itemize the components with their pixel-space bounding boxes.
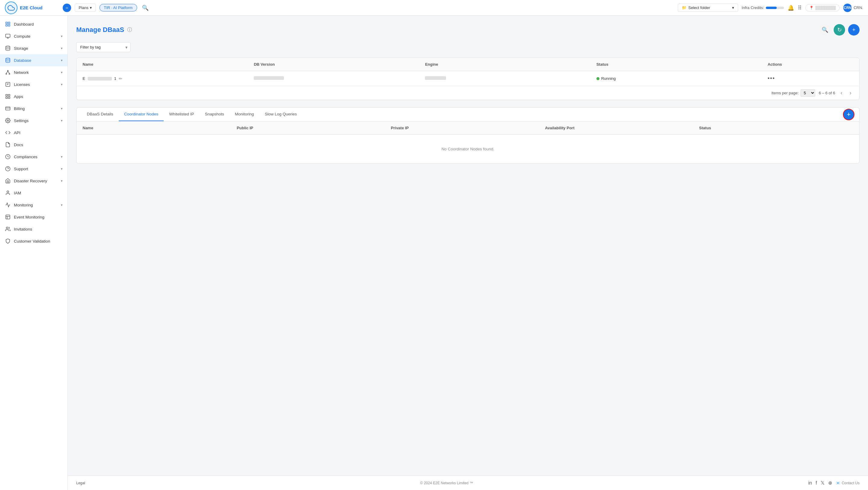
storage-icon bbox=[5, 45, 11, 51]
db-name-suffix: 1 bbox=[114, 76, 116, 81]
sidebar-item-event-monitoring[interactable]: Event Monitoring bbox=[0, 211, 67, 223]
sidebar-item-apps[interactable]: Apps bbox=[0, 90, 67, 102]
linkedin-icon[interactable]: in bbox=[808, 480, 812, 486]
footer-legal[interactable]: Legal bbox=[76, 481, 85, 485]
user-area[interactable]: CRN CRN. bbox=[843, 4, 863, 12]
coord-col-status: Status bbox=[699, 126, 853, 130]
sidebar-item-database[interactable]: Database ▾ bbox=[0, 54, 67, 66]
sidebar-label-support: Support bbox=[14, 167, 58, 171]
sidebar-item-billing[interactable]: Billing ▾ bbox=[0, 102, 67, 115]
sidebar-label-disaster-recovery: Disaster Recovery bbox=[14, 179, 58, 183]
sidebar-item-customer-validation[interactable]: Customer Validation bbox=[0, 235, 67, 247]
contact-us-link[interactable]: 📧 Contact Us bbox=[836, 481, 860, 485]
sidebar-item-dashboard[interactable]: Dashboard bbox=[0, 18, 67, 30]
sidebar-item-monitoring[interactable]: Monitoring ▾ bbox=[0, 199, 67, 211]
apps-icon bbox=[5, 93, 11, 99]
iam-icon bbox=[5, 190, 11, 196]
sidebar-label-customer-validation: Customer Validation bbox=[14, 239, 63, 244]
event-icon bbox=[5, 214, 11, 220]
svg-line-13 bbox=[8, 71, 9, 73]
svg-rect-21 bbox=[6, 107, 10, 110]
validation-icon bbox=[5, 238, 11, 244]
apps-grid-button[interactable]: ⠿ bbox=[798, 4, 802, 11]
tab-monitoring[interactable]: Monitoring bbox=[229, 108, 259, 121]
search-button[interactable]: 🔍 bbox=[141, 3, 150, 12]
status-text: Running bbox=[601, 76, 616, 81]
page-header: Manage DBaaS ⓘ 🔍 ↻ + bbox=[76, 24, 860, 36]
more-actions-button[interactable]: ••• bbox=[768, 75, 775, 82]
sidebar-label-billing: Billing bbox=[14, 106, 58, 111]
page-title: Manage DBaaS bbox=[76, 26, 124, 34]
svg-rect-2 bbox=[8, 25, 10, 26]
coordinator-table-header: Name Public IP Private IP Availability P… bbox=[76, 121, 859, 135]
coord-col-public-ip: Public IP bbox=[237, 126, 391, 130]
chevron-down-icon: ▾ bbox=[61, 58, 63, 62]
tab-coordinator-nodes[interactable]: Coordinator Nodes bbox=[119, 108, 164, 121]
page-title-area: Manage DBaaS ⓘ bbox=[76, 26, 132, 34]
monitor-icon bbox=[5, 33, 11, 39]
location-badge[interactable]: 📍 ████████ bbox=[805, 4, 840, 11]
logo-area: E2E Cloud bbox=[5, 1, 59, 14]
search-dbaas-button[interactable]: 🔍 bbox=[819, 24, 831, 36]
sidebar-item-licenses[interactable]: Licenses ▾ bbox=[0, 78, 67, 90]
items-per-page: Items per page: 5 10 25 bbox=[771, 89, 815, 97]
sidebar-item-network[interactable]: Network ▾ bbox=[0, 66, 67, 78]
coord-col-availability-port: Availability Port bbox=[545, 126, 699, 130]
svg-rect-18 bbox=[8, 94, 10, 96]
per-page-select[interactable]: 5 10 25 bbox=[801, 89, 815, 97]
coord-col-private-ip: Private IP bbox=[391, 126, 545, 130]
sidebar-item-compliances[interactable]: Compliances ▾ bbox=[0, 151, 67, 163]
svg-point-11 bbox=[9, 73, 10, 74]
tab-slow-log-queries[interactable]: Slow Log Queries bbox=[259, 108, 302, 121]
refresh-button[interactable]: ↻ bbox=[834, 24, 845, 36]
svg-rect-20 bbox=[6, 97, 7, 98]
col-name: Name bbox=[83, 62, 254, 67]
twitter-icon[interactable]: 𝕏 bbox=[821, 480, 825, 486]
next-page-button[interactable]: › bbox=[848, 89, 853, 97]
svg-rect-4 bbox=[6, 34, 10, 37]
svg-rect-3 bbox=[6, 25, 7, 26]
user-label: CRN. bbox=[854, 5, 863, 10]
sidebar-item-iam[interactable]: IAM bbox=[0, 187, 67, 199]
folder-select[interactable]: 📁 Select folder ▾ bbox=[678, 4, 738, 12]
collapse-button[interactable]: ‹› bbox=[63, 4, 71, 12]
header-actions: 🔍 ↻ + bbox=[819, 24, 860, 36]
sidebar-label-monitoring: Monitoring bbox=[14, 203, 58, 207]
sidebar-item-docs[interactable]: Docs bbox=[0, 139, 67, 151]
sidebar-label-event-monitoring: Event Monitoring bbox=[14, 215, 63, 219]
tab-whitelisted-ip[interactable]: Whitelisted IP bbox=[164, 108, 199, 121]
rss-icon[interactable]: ⊕ bbox=[828, 480, 832, 486]
db-version-redacted bbox=[254, 76, 284, 80]
svg-line-12 bbox=[6, 71, 8, 73]
sidebar-item-compute[interactable]: Compute ▾ bbox=[0, 30, 67, 42]
add-node-button[interactable]: + bbox=[843, 109, 855, 120]
svg-rect-28 bbox=[6, 215, 10, 219]
svg-point-7 bbox=[6, 46, 10, 48]
sidebar-item-support[interactable]: Support ▾ bbox=[0, 163, 67, 175]
notifications-button[interactable]: 🔔 bbox=[787, 4, 794, 11]
tab-dbaas-details[interactable]: DBaaS Details bbox=[82, 108, 119, 121]
tir-badge[interactable]: TIR · AI Platform bbox=[99, 4, 137, 11]
sidebar-item-disaster-recovery[interactable]: Disaster Recovery ▾ bbox=[0, 175, 67, 187]
footer-copyright: © 2024 E2E Networks Limited ™ bbox=[420, 481, 473, 485]
sidebar-label-api: API bbox=[14, 130, 63, 135]
add-dbaas-button[interactable]: + bbox=[848, 24, 860, 36]
filter-by-tag-select[interactable]: Filter by tag bbox=[76, 42, 130, 52]
sidebar-item-api[interactable]: API bbox=[0, 127, 67, 139]
prev-page-button[interactable]: ‹ bbox=[839, 89, 844, 97]
help-icon[interactable]: ⓘ bbox=[127, 27, 132, 33]
sidebar-item-invitations[interactable]: Invitations bbox=[0, 223, 67, 235]
col-db-version: DB Version bbox=[254, 62, 425, 67]
logo-icon bbox=[5, 1, 18, 14]
sidebar-label-licenses: Licenses bbox=[14, 82, 58, 87]
edit-icon[interactable]: ✏ bbox=[119, 76, 122, 81]
cell-actions: ••• bbox=[768, 75, 853, 82]
sidebar-item-settings[interactable]: Settings ▾ bbox=[0, 115, 67, 127]
facebook-icon[interactable]: f bbox=[815, 480, 817, 486]
tab-snapshots[interactable]: Snapshots bbox=[199, 108, 230, 121]
sidebar-item-storage[interactable]: Storage ▾ bbox=[0, 42, 67, 54]
plans-button[interactable]: Plans ▾ bbox=[75, 4, 96, 12]
main-content: Manage DBaaS ⓘ 🔍 ↻ + Filter by tag ▾ Nam… bbox=[68, 16, 868, 476]
logo-text: E2E Cloud bbox=[20, 5, 42, 10]
svg-point-31 bbox=[6, 227, 8, 229]
